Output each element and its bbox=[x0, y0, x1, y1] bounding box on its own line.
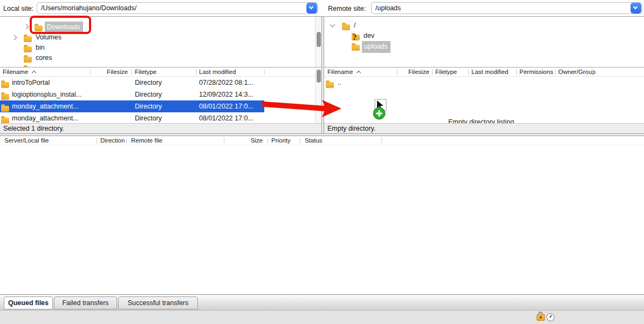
folder-icon bbox=[24, 46, 32, 52]
scrollbar-thumb[interactable] bbox=[317, 32, 321, 47]
file-row-selected[interactable]: monday_attachment... Directory 08/01/202… bbox=[0, 100, 264, 112]
cell-filename: logioptionsplus_instal... bbox=[12, 89, 90, 100]
column-divider bbox=[97, 138, 97, 144]
column-header-permissions[interactable]: Permissions bbox=[519, 68, 553, 77]
local-site-path-input[interactable] bbox=[37, 2, 318, 14]
unknown-folder-icon: ? bbox=[352, 35, 360, 40]
transfer-queue-panel: Server/Local file Direction Remote file … bbox=[0, 136, 644, 294]
cell-modified: 07/28/2022 08:1... bbox=[199, 77, 266, 89]
folder-icon bbox=[1, 106, 9, 112]
column-header-modified[interactable]: Last modified bbox=[471, 68, 508, 77]
cell-filename: .. bbox=[338, 77, 392, 89]
tree-item-cores[interactable]: cores bbox=[0, 53, 321, 63]
column-header-filesize[interactable]: Filesize bbox=[400, 68, 429, 77]
folder-icon bbox=[24, 67, 32, 68]
lock-icon[interactable] bbox=[537, 314, 545, 321]
cell-filetype: Directory bbox=[135, 77, 194, 89]
column-divider bbox=[397, 69, 398, 75]
column-header-filetype[interactable]: Filetype bbox=[135, 68, 156, 77]
local-directory-tree: Downloads Volumes bin cores bbox=[0, 17, 321, 68]
expand-arrow-icon[interactable] bbox=[12, 35, 17, 40]
local-site-dropdown-button[interactable] bbox=[306, 3, 317, 14]
cell-filetype: Directory bbox=[135, 112, 194, 124]
column-header-local-file[interactable]: Server/Local file bbox=[4, 137, 49, 145]
remote-directory-tree: / ? dev uploads bbox=[324, 17, 644, 68]
column-divider bbox=[131, 69, 132, 75]
folder-icon bbox=[1, 94, 9, 100]
cell-modified: 08/01/2022 17:0... bbox=[199, 112, 266, 124]
tree-scrollbar[interactable] bbox=[315, 17, 321, 68]
chevron-down-icon bbox=[309, 5, 313, 9]
remote-pane: / ? dev uploads Filename Filesize Filety… bbox=[324, 17, 644, 133]
column-divider bbox=[300, 138, 300, 144]
column-header-modified[interactable]: Last modified bbox=[199, 68, 236, 77]
tree-item-dev[interactable]: ? dev bbox=[324, 31, 644, 41]
column-header-owner[interactable]: Owner/Group bbox=[558, 68, 595, 77]
cell-filename: introToPortal bbox=[12, 77, 90, 89]
cell-modified: 08/01/2022 17:0... bbox=[199, 100, 266, 112]
column-divider bbox=[516, 69, 517, 75]
folder-icon bbox=[352, 45, 360, 51]
column-header-priority[interactable]: Priority bbox=[271, 137, 291, 145]
cell-filetype: Directory bbox=[135, 89, 194, 100]
file-row-parent-dir[interactable]: .. bbox=[324, 77, 644, 89]
column-header-filename[interactable]: Filename bbox=[327, 68, 360, 77]
column-divider bbox=[381, 138, 382, 144]
tree-item-label: cores bbox=[36, 53, 52, 63]
tree-item-clipped bbox=[0, 63, 321, 68]
column-header-status[interactable]: Status bbox=[305, 137, 323, 145]
tab-failed-transfers[interactable]: Failed transfers bbox=[54, 296, 117, 309]
folder-icon bbox=[326, 82, 334, 88]
column-divider bbox=[268, 138, 268, 144]
column-divider bbox=[592, 69, 593, 75]
cell-filetype: Directory bbox=[135, 100, 194, 112]
file-row[interactable]: monday_attachment... Directory 08/01/202… bbox=[0, 112, 321, 124]
column-header-filetype[interactable]: Filetype bbox=[435, 68, 457, 77]
column-divider bbox=[432, 69, 433, 75]
file-row[interactable]: introToPortal Directory 07/28/2022 08:1.… bbox=[0, 77, 321, 89]
column-header-remote-file[interactable]: Remote file bbox=[131, 137, 162, 145]
cell-filename: monday_attachment... bbox=[12, 112, 90, 124]
tree-item-downloads[interactable]: Downloads bbox=[0, 22, 321, 32]
column-header-size[interactable]: Size bbox=[230, 137, 263, 145]
sort-ascending-icon bbox=[357, 71, 361, 75]
folder-icon bbox=[35, 25, 43, 31]
local-status-text: Selected 1 directory. bbox=[0, 123, 321, 133]
tab-successful-transfers[interactable]: Successful transfers bbox=[118, 296, 198, 309]
tree-item-root[interactable]: / bbox=[324, 21, 644, 31]
column-divider bbox=[196, 69, 196, 75]
column-divider bbox=[224, 138, 224, 144]
column-header-direction[interactable]: Direction bbox=[100, 137, 125, 145]
remote-list-header: Filename Filesize Filetype Last modified… bbox=[324, 68, 644, 77]
speed-limit-gauge-icon[interactable] bbox=[546, 313, 554, 321]
collapse-arrow-icon[interactable] bbox=[330, 22, 335, 28]
queue-header: Server/Local file Direction Remote file … bbox=[0, 137, 644, 145]
tree-item-label: / bbox=[354, 21, 355, 31]
scrollbar-thumb[interactable] bbox=[317, 70, 321, 83]
tree-item-label: bin bbox=[36, 43, 45, 53]
tree-item-volumes[interactable]: Volumes bbox=[0, 32, 321, 43]
tree-item-label: dev bbox=[364, 31, 374, 41]
remote-site-dropdown-button[interactable] bbox=[631, 3, 641, 14]
tree-item-uploads[interactable]: uploads bbox=[324, 41, 644, 51]
column-header-filesize[interactable]: Filesize bbox=[93, 68, 128, 77]
tree-item-label: Downloads bbox=[45, 22, 83, 33]
remote-site-label: Remote site: bbox=[328, 5, 366, 12]
site-path-toolbar: Local site: Remote site: bbox=[0, 0, 644, 17]
folder-icon bbox=[24, 57, 32, 63]
local-site-label: Local site: bbox=[3, 5, 33, 12]
tree-item-bin[interactable]: bin bbox=[0, 43, 321, 53]
remote-site-path-input[interactable] bbox=[371, 2, 642, 14]
folder-icon bbox=[24, 36, 32, 42]
expand-arrow-icon[interactable] bbox=[24, 24, 29, 30]
tab-queued-files[interactable]: Queued files bbox=[4, 296, 53, 309]
local-list-header: Filename Filesize Filetype Last modified bbox=[0, 68, 321, 77]
list-scrollbar[interactable] bbox=[315, 69, 321, 123]
file-row[interactable]: logioptionsplus_instal... Directory 12/0… bbox=[0, 89, 321, 100]
local-pane: Downloads Volumes bin cores Filename Fil… bbox=[0, 17, 321, 133]
column-divider bbox=[555, 69, 556, 75]
queue-tab-bar: Queued files Failed transfers Successful… bbox=[0, 294, 644, 310]
clipped-tree-row bbox=[46, 17, 68, 17]
sort-ascending-icon bbox=[32, 71, 36, 75]
column-header-filename[interactable]: Filename bbox=[3, 68, 36, 77]
